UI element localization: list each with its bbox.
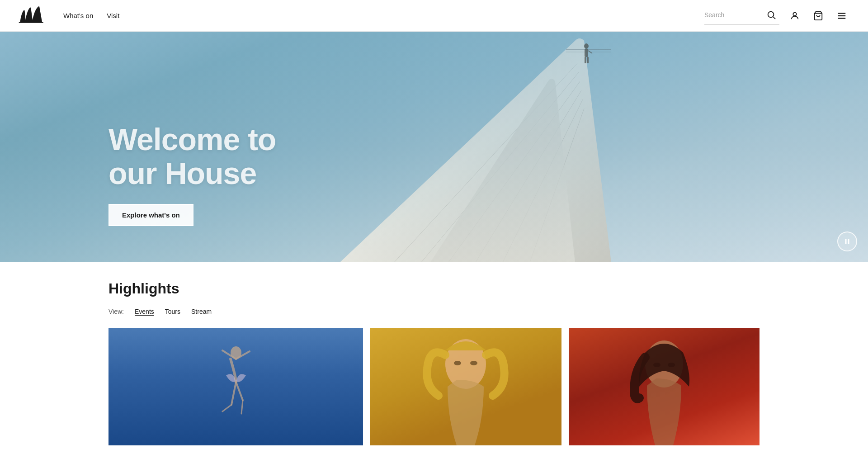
header-left: What's on Visit bbox=[18, 5, 119, 26]
svg-rect-19 bbox=[585, 57, 586, 63]
highlights-title: Highlights bbox=[108, 280, 760, 297]
cart-button[interactable] bbox=[810, 8, 826, 24]
nav-link-whats-on[interactable]: What's on bbox=[63, 12, 93, 19]
highlight-card-1[interactable] bbox=[108, 328, 363, 445]
highlights-cards bbox=[108, 328, 760, 445]
portrait-illustration-1 bbox=[420, 328, 511, 445]
site-header: What's on Visit bbox=[0, 0, 868, 32]
tab-stream[interactable]: Stream bbox=[186, 306, 217, 317]
nav-item-whats-on[interactable]: What's on bbox=[63, 12, 93, 20]
highlight-card-3[interactable] bbox=[569, 328, 760, 445]
svg-rect-21 bbox=[845, 239, 847, 244]
search-button[interactable] bbox=[763, 7, 779, 23]
svg-line-2 bbox=[773, 17, 775, 19]
cart-icon bbox=[813, 11, 823, 21]
hero-title: Welcome to our House bbox=[108, 123, 276, 190]
svg-line-29 bbox=[241, 400, 243, 414]
pause-icon bbox=[843, 237, 851, 246]
portrait-illustration-2 bbox=[619, 328, 709, 445]
hero-section: Welcome to our House Explore what's on bbox=[0, 32, 868, 262]
svg-point-3 bbox=[793, 12, 796, 15]
search-container[interactable] bbox=[704, 7, 779, 24]
svg-line-28 bbox=[222, 405, 231, 411]
svg-line-27 bbox=[236, 382, 243, 400]
pause-video-button[interactable] bbox=[837, 232, 857, 251]
hero-cta-button[interactable]: Explore what's on bbox=[108, 204, 193, 226]
user-account-button[interactable] bbox=[787, 8, 803, 24]
svg-line-26 bbox=[231, 382, 236, 405]
nav-item-visit[interactable]: Visit bbox=[107, 12, 119, 20]
highlights-section: Highlights View: Events Tours Stream bbox=[0, 262, 868, 445]
main-nav: What's on Visit bbox=[63, 12, 119, 20]
svg-point-1 bbox=[768, 12, 774, 18]
svg-rect-22 bbox=[848, 239, 849, 244]
search-input[interactable] bbox=[704, 11, 763, 19]
menu-button[interactable] bbox=[834, 8, 850, 24]
view-tabs: View: Events Tours Stream bbox=[108, 306, 760, 317]
opera-house-sail bbox=[304, 32, 620, 262]
logo[interactable] bbox=[18, 5, 45, 26]
hero-content: Welcome to our House Explore what's on bbox=[108, 123, 276, 226]
header-right bbox=[704, 7, 850, 24]
svg-point-16 bbox=[584, 43, 589, 49]
tab-events[interactable]: Events bbox=[129, 306, 160, 317]
svg-point-35 bbox=[668, 363, 675, 367]
tab-tours[interactable]: Tours bbox=[160, 306, 186, 317]
logo-icon bbox=[18, 5, 45, 26]
svg-rect-20 bbox=[587, 57, 589, 63]
svg-point-34 bbox=[653, 363, 660, 367]
hamburger-icon bbox=[837, 11, 847, 21]
highlight-card-2[interactable] bbox=[370, 328, 561, 445]
search-icon bbox=[766, 10, 776, 20]
user-icon bbox=[790, 11, 800, 21]
svg-rect-17 bbox=[585, 49, 588, 57]
svg-point-32 bbox=[470, 361, 477, 365]
dancer-illustration bbox=[209, 341, 263, 432]
view-label: View: bbox=[108, 308, 124, 315]
svg-point-31 bbox=[454, 361, 461, 365]
nav-link-visit[interactable]: Visit bbox=[107, 12, 119, 19]
